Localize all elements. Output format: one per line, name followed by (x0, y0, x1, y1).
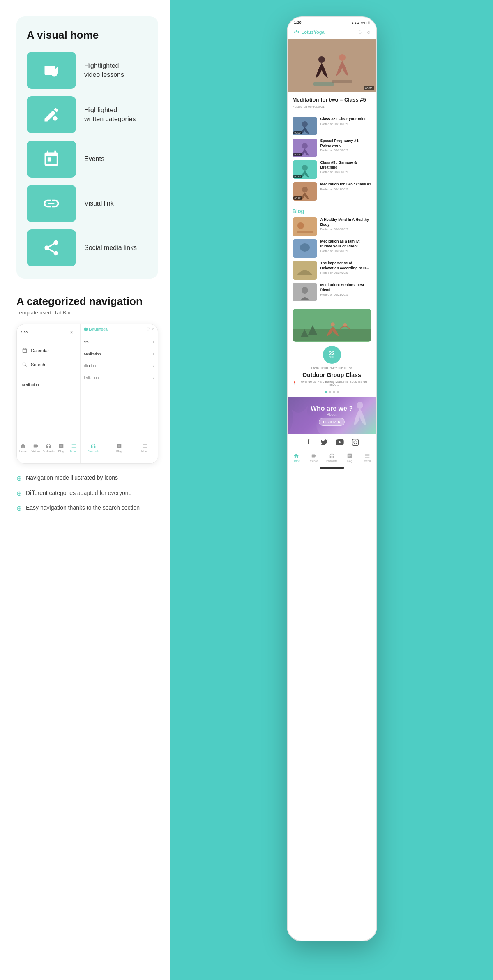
right-menu-item-4[interactable]: leditation› (81, 372, 158, 384)
calendar-icon (42, 150, 60, 168)
nav-search-item[interactable]: Search (17, 358, 80, 372)
blog-item-4[interactable]: Meditation: Seniors' best friend Posted … (293, 283, 371, 301)
signal-bars: ▲▲▲ (351, 21, 360, 24)
tab-podcasts-left[interactable]: Podcasts (42, 443, 55, 463)
video-item-4[interactable]: 00:37 Meditation for Two : Class #3 Post… (293, 182, 371, 201)
svg-point-24 (302, 287, 308, 294)
svg-point-1 (53, 116, 58, 121)
dot-3[interactable] (333, 391, 335, 393)
svg-rect-32 (352, 439, 358, 445)
nav-meditation1[interactable]: Meditation (17, 379, 80, 391)
tab-podcasts-bottom[interactable]: Podcasts (323, 453, 341, 462)
tab-menu-left[interactable]: Menu (67, 443, 80, 463)
dot-4[interactable] (337, 391, 339, 393)
menu-icon-bottom (364, 453, 370, 459)
phone-mockup-large: 1:20 ▲▲▲ WiFi ▮ LotusYoga ♡ ○ (287, 16, 377, 941)
event-title: Outdoor Group Class (293, 372, 371, 378)
video-item-3[interactable]: 00:20 Class #5 : Gainage & Breathing Pos… (293, 160, 371, 179)
tab-videos-bottom[interactable]: Videos (305, 453, 323, 462)
svg-point-16 (302, 187, 308, 192)
blog-tab-label: Blog (347, 460, 352, 462)
tab-videos-left[interactable]: Videos (30, 443, 42, 463)
twitter-icon[interactable] (320, 438, 328, 446)
youtube-icon[interactable] (336, 438, 344, 446)
who-are-we-decoration (288, 397, 320, 434)
blog-thumb-3 (293, 261, 317, 280)
nav-calendar-item[interactable]: Calendar (17, 344, 80, 358)
discover-button[interactable]: DISCOVER (319, 418, 345, 426)
nav-calendar-label: Calendar (31, 348, 49, 353)
tab-blog-right[interactable]: Blog (106, 443, 132, 463)
svg-point-18 (297, 222, 304, 229)
blog-image-2 (293, 239, 317, 258)
tab-menu-bottom[interactable]: Menu (358, 453, 376, 462)
who-are-we-banner[interactable]: Who are we ? About DISCOVER (288, 397, 376, 434)
video-thumb-3: 00:20 (293, 160, 317, 179)
phone-time: 1:20 (294, 21, 302, 25)
profile-icon[interactable]: ○ (367, 29, 370, 35)
dot-2[interactable] (329, 391, 331, 393)
yoga-logo-small: LotusYoga (84, 327, 108, 331)
hero-duration: 00:33 (364, 86, 374, 90)
hero-video[interactable]: 00:33 (288, 39, 376, 92)
visual-home-title: A visual home (27, 29, 148, 42)
header-icons: ♡ ○ (357, 29, 370, 35)
tab-menu-right[interactable]: Menu (132, 443, 158, 463)
dot-1[interactable] (325, 391, 327, 393)
home-icon-bottom (293, 453, 299, 459)
svg-point-6 (339, 54, 346, 61)
heart-icon-small[interactable]: ♡ (146, 327, 150, 331)
svg-point-5 (318, 56, 325, 63)
event-time: From 01:00 PM to 03:00 PM (293, 366, 371, 370)
home-indicator (288, 465, 376, 471)
blog-item-3[interactable]: The importance of Relaxation according t… (293, 261, 371, 280)
hero-title: Meditation for two – Class #5 (293, 97, 371, 104)
nav-search-label: Search (31, 362, 45, 367)
close-button[interactable]: × (67, 328, 76, 337)
profile-icon-small[interactable]: ○ (152, 327, 154, 331)
blog-item-1[interactable]: A Healthy Mind In A Healthy Body Posted … (293, 217, 371, 236)
heart-icon[interactable]: ♡ (357, 29, 363, 35)
blog-image-3 (293, 261, 317, 280)
videos-icon-bottom (311, 453, 317, 459)
video-item-1[interactable]: 00:29 Class #2 : Clear your mind Posted … (293, 117, 371, 135)
who-are-we-text: Who are we ? (311, 405, 353, 412)
share-icon (42, 239, 60, 257)
right-menu-item-3[interactable]: ditation› (81, 360, 158, 372)
blog-item-title-1: A Healthy Mind In A Healthy Body (320, 217, 371, 227)
svg-point-21 (300, 243, 310, 252)
svg-point-10 (302, 121, 308, 127)
feature-label-events: Events (84, 155, 104, 164)
hero-yoga-image (288, 39, 376, 92)
blog-icon-left (58, 443, 64, 449)
right-menu-item-1[interactable]: sts› (81, 336, 158, 348)
blog-item-title-3: The importance of Relaxation according t… (320, 261, 371, 270)
tab-blog-left[interactable]: Blog (55, 443, 67, 463)
video-list: 00:29 Class #2 : Clear your mind Posted … (288, 117, 376, 201)
feature-icon-box-social (27, 229, 76, 266)
video-duration-3: 00:20 (293, 175, 302, 178)
tab-blog-bottom[interactable]: Blog (341, 453, 358, 462)
video-item-2[interactable]: 00:26 Special Pregnancy #4: Pelvic work … (293, 139, 371, 157)
podcasts-tab-label: Podcasts (326, 460, 337, 462)
video-duration-2: 00:26 (293, 153, 302, 156)
blog-item-2[interactable]: Meditation as a family: Initiate your ch… (293, 239, 371, 258)
facebook-icon[interactable]: f (304, 438, 313, 446)
right-menu-items: sts› Meditation› ditation› leditation› (81, 334, 158, 386)
tab-podcasts-right[interactable]: Podcasts (81, 443, 106, 463)
blog-item-date-2: Posted on 06/27/2021 (320, 250, 371, 252)
video-duration-4: 00:37 (293, 196, 302, 200)
blog-info-2: Meditation as a family: Initiate your ch… (320, 239, 371, 252)
right-menu-item-2[interactable]: Meditation› (81, 348, 158, 360)
tab-home-bottom[interactable]: Home (288, 453, 305, 462)
feature-label-link: Visual link (84, 199, 114, 208)
feature-list: Hightlightedvideo lessons Highlightedwri… (27, 52, 148, 266)
tab-home-left[interactable]: Home (17, 443, 30, 463)
video-info-2: Special Pregnancy #4: Pelvic work Posted… (320, 139, 371, 152)
video-info-3: Class #5 : Gainage & Breathing Posted on… (320, 160, 371, 173)
videos-tab-label: Videos (310, 460, 318, 462)
bullet-2-text: Different categories adapted for everyon… (26, 489, 131, 497)
blog-image-4 (293, 283, 317, 301)
blog-item-date-1: Posted on 06/30/2021 (320, 228, 371, 231)
instagram-icon[interactable] (351, 438, 359, 446)
